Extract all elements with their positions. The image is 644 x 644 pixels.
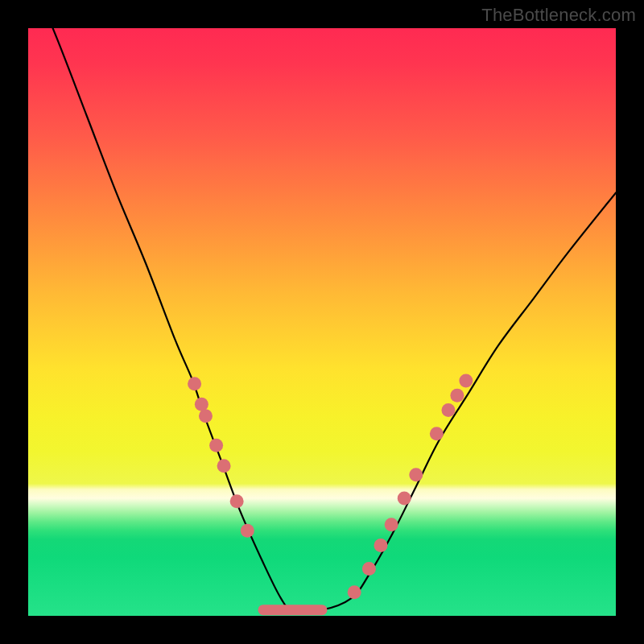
plot-area <box>28 28 616 616</box>
data-marker <box>230 494 244 508</box>
data-marker <box>430 427 444 440</box>
markers-left-group <box>188 377 254 538</box>
data-marker <box>441 403 455 417</box>
data-marker <box>241 524 254 538</box>
data-marker <box>348 585 361 599</box>
bottleneck-curve <box>28 28 616 612</box>
data-marker <box>374 539 388 552</box>
watermark-text: TheBottleneck.com <box>481 5 636 26</box>
data-marker <box>199 409 213 423</box>
bottleneck-curve-svg <box>28 28 616 616</box>
data-marker <box>450 389 464 402</box>
data-marker <box>459 374 473 388</box>
data-marker <box>217 459 231 473</box>
data-marker <box>209 439 223 452</box>
data-marker <box>385 518 398 531</box>
data-marker <box>188 377 201 390</box>
chart-frame: TheBottleneck.com <box>0 0 644 644</box>
data-marker <box>195 398 208 411</box>
data-marker <box>398 492 411 506</box>
data-marker <box>362 562 376 576</box>
markers-right-group <box>348 374 473 600</box>
data-marker <box>409 468 423 481</box>
